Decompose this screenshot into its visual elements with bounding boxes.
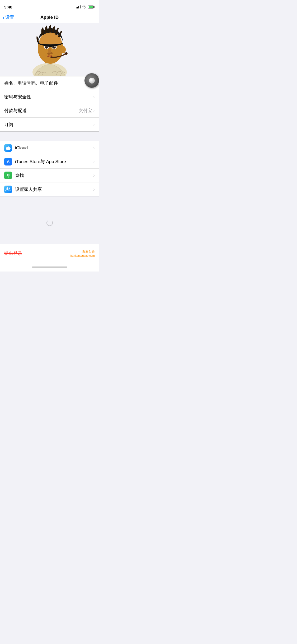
subscription-label: 订阅 xyxy=(4,122,13,128)
chevron-icon: › xyxy=(93,94,95,100)
profile-avatar[interactable] xyxy=(26,23,73,76)
chevron-icon: › xyxy=(93,145,95,151)
icloud-item[interactable]: iCloud › xyxy=(0,141,99,155)
battery-icon xyxy=(88,6,95,8)
page-title: Apple ID xyxy=(40,15,59,20)
icloud-label: iCloud xyxy=(15,145,28,151)
payment-delivery-item[interactable]: 付款与配送 支付宝 › xyxy=(0,104,99,118)
svg-point-20 xyxy=(7,174,9,176)
svg-point-21 xyxy=(6,187,8,189)
status-time: 5:48 xyxy=(4,5,12,9)
settings-section-2: iCloud › iTunes Store与 App Store › xyxy=(0,141,99,196)
signal-icon xyxy=(76,5,81,8)
profile-section xyxy=(0,23,99,76)
find-label: 查找 xyxy=(15,172,24,178)
itunes-icon xyxy=(4,158,12,165)
watermark: 看看头条 kankantoutiao.com xyxy=(70,250,95,257)
logout-button[interactable]: 退出登录 xyxy=(4,250,22,256)
section-gap-2 xyxy=(0,196,99,210)
svg-point-17 xyxy=(60,46,66,53)
chevron-icon: › xyxy=(93,173,95,178)
svg-point-16 xyxy=(54,47,55,47)
chevron-icon: › xyxy=(93,187,95,192)
family-sharing-item[interactable]: 设置家人共享 › xyxy=(0,182,99,196)
icloud-icon xyxy=(4,144,12,152)
loading-spinner xyxy=(46,220,53,226)
itunes-appstore-item[interactable]: iTunes Store与 App Store › xyxy=(0,155,99,169)
back-button[interactable]: ‹ 设置 xyxy=(3,14,14,20)
section-gap-1 xyxy=(0,132,99,141)
name-phone-email-item[interactable]: 姓名、电话号码、电子邮件 xyxy=(0,76,99,90)
find-icon xyxy=(4,172,12,179)
name-phone-email-label: 姓名、电话号码、电子邮件 xyxy=(4,80,58,86)
svg-point-8 xyxy=(50,52,53,54)
back-chevron-icon: ‹ xyxy=(3,15,4,20)
password-security-item[interactable]: 密码与安全性 › xyxy=(0,90,99,104)
svg-point-22 xyxy=(9,188,10,189)
family-icon xyxy=(4,186,12,193)
footer-section: 退出登录 看看头条 kankantoutiao.com xyxy=(0,244,99,263)
password-security-label: 密码与安全性 xyxy=(4,94,31,100)
chevron-icon: › xyxy=(93,108,95,113)
nav-bar: ‹ 设置 Apple ID xyxy=(0,12,99,23)
chevron-icon: › xyxy=(93,159,95,164)
section-gap-3 xyxy=(0,236,99,244)
home-bar xyxy=(32,266,67,268)
status-icons xyxy=(76,5,95,8)
settings-section-1: 姓名、电话号码、电子邮件 密码与安全性 › 付款与配送 支付宝 › 订阅 xyxy=(0,76,99,132)
subscription-item[interactable]: 订阅 › xyxy=(0,118,99,131)
watermark-url: kankantoutiao.com xyxy=(70,254,95,257)
svg-point-7 xyxy=(47,53,50,55)
watermark-text: 看看头条 xyxy=(70,250,95,254)
svg-point-12 xyxy=(46,47,47,47)
loading-section xyxy=(0,210,99,236)
back-label: 设置 xyxy=(5,14,14,20)
chevron-icon: › xyxy=(93,122,95,127)
scrollbar-indicator xyxy=(84,73,99,88)
itunes-label: iTunes Store与 App Store xyxy=(15,159,66,165)
payment-value: 支付宝 xyxy=(79,108,92,114)
status-bar: 5:48 xyxy=(0,0,99,12)
find-item[interactable]: 查找 › xyxy=(0,169,99,182)
wifi-icon xyxy=(82,5,86,8)
payment-delivery-label: 付款与配送 xyxy=(4,108,27,114)
home-indicator xyxy=(0,263,99,272)
family-label: 设置家人共享 xyxy=(15,186,42,192)
svg-point-18 xyxy=(65,52,68,54)
